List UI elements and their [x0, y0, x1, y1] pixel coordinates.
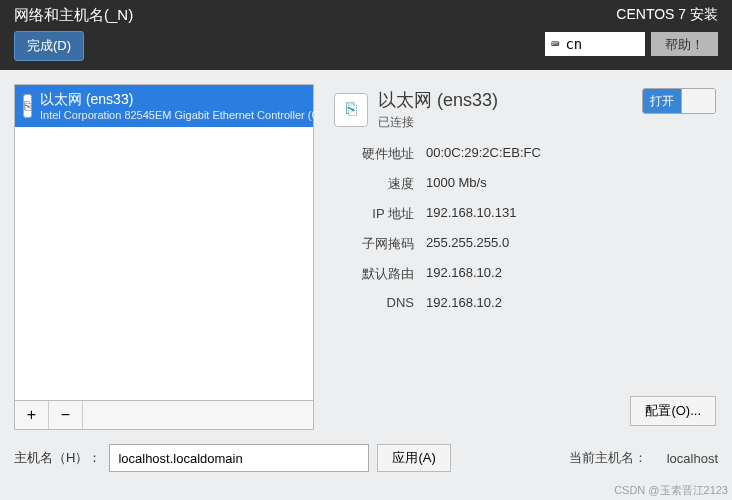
details-title: 以太网 (ens33) [378, 88, 498, 112]
toggle-knob [681, 89, 715, 113]
add-interface-button[interactable]: + [15, 401, 49, 429]
hostname-label: 主机名（H）： [14, 449, 101, 467]
list-toolbar: + − [14, 401, 314, 430]
remove-interface-button[interactable]: − [49, 401, 83, 429]
current-hostname-label: 当前主机名： [569, 449, 647, 467]
ethernet-icon: ⎘ [334, 93, 368, 127]
configure-button[interactable]: 配置(O)... [630, 396, 716, 426]
gateway-label: 默认路由 [334, 265, 414, 283]
header: 网络和主机名(_N) 完成(D) CENTOS 7 安装 ⌨ cn 帮助！ [0, 0, 732, 70]
details-grid: 硬件地址 00:0C:29:2C:EB:FC 速度 1000 Mb/s IP 地… [334, 145, 718, 310]
current-hostname-value: localhost [667, 451, 718, 466]
install-title: CENTOS 7 安装 [545, 6, 718, 24]
hw-addr-value: 00:0C:29:2C:EB:FC [426, 145, 718, 163]
watermark: CSDN @玉素晋江2123 [614, 483, 728, 498]
interface-desc: Intel Corporation 82545EM Gigabit Ethern… [40, 109, 319, 121]
ethernet-icon: ⎘ [23, 94, 32, 118]
dns-value: 192.168.10.2 [426, 295, 718, 310]
ip-value: 192.168.10.131 [426, 205, 718, 223]
keyboard-icon: ⌨ [551, 36, 559, 52]
interface-name: 以太网 (ens33) [40, 91, 319, 109]
footer: 主机名（H）： 应用(A) 当前主机名： localhost [0, 430, 732, 486]
keyboard-layout-indicator[interactable]: ⌨ cn [545, 32, 645, 56]
apply-hostname-button[interactable]: 应用(A) [377, 444, 450, 472]
interface-list[interactable]: ⎘ 以太网 (ens33) Intel Corporation 82545EM … [14, 84, 314, 401]
netmask-label: 子网掩码 [334, 235, 414, 253]
list-item[interactable]: ⎘ 以太网 (ens33) Intel Corporation 82545EM … [15, 85, 313, 127]
netmask-value: 255.255.255.0 [426, 235, 718, 253]
help-button[interactable]: 帮助！ [651, 32, 718, 56]
speed-value: 1000 Mb/s [426, 175, 718, 193]
page-title: 网络和主机名(_N) [14, 6, 133, 25]
speed-label: 速度 [334, 175, 414, 193]
dns-label: DNS [334, 295, 414, 310]
connection-toggle[interactable]: 打开 [642, 88, 716, 114]
toggle-on-label: 打开 [643, 89, 681, 113]
keyboard-layout-text: cn [565, 36, 582, 52]
content: ⎘ 以太网 (ens33) Intel Corporation 82545EM … [0, 70, 732, 430]
done-button[interactable]: 完成(D) [14, 31, 84, 61]
gateway-value: 192.168.10.2 [426, 265, 718, 283]
connection-status: 已连接 [378, 114, 498, 131]
details-panel: ⎘ 以太网 (ens33) 已连接 打开 硬件地址 00:0C:29:2C:EB… [334, 84, 718, 430]
hw-addr-label: 硬件地址 [334, 145, 414, 163]
hostname-input[interactable] [109, 444, 369, 472]
ip-label: IP 地址 [334, 205, 414, 223]
interface-panel: ⎘ 以太网 (ens33) Intel Corporation 82545EM … [14, 84, 314, 430]
